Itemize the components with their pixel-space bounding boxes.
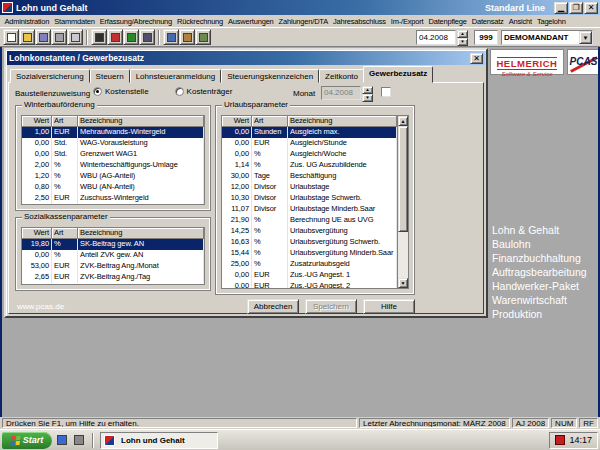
help-button[interactable]: Hilfe (363, 299, 415, 314)
payroll-run-icon[interactable] (107, 29, 123, 45)
table-row[interactable]: 53,00 EUR ZVK-Beitrag Ang./Monat (22, 261, 204, 272)
menu-item[interactable]: Rückrechnung (175, 17, 226, 26)
table-row[interactable]: 1,14 % Zus. UG Auszubildende (222, 160, 397, 171)
table-row[interactable]: 19,80 % SK-Beitrag gew. AN (22, 239, 204, 250)
menu-item[interactable]: Administration (2, 17, 52, 26)
product-list: Lohn & GehaltBaulohnFinanzbuchhaltungAuf… (492, 223, 587, 321)
scroll-down-icon[interactable]: ▼ (398, 278, 408, 288)
new-document-icon[interactable] (3, 29, 19, 45)
print-icon[interactable] (51, 29, 67, 45)
table-row[interactable]: 0,00 % Anteil ZVK gew. AN (22, 250, 204, 261)
pcas-url-watermark: www.pcas.de (17, 302, 64, 311)
table-row[interactable]: 0,00 EUR Ausgleich/Stunde (222, 138, 397, 149)
tray-app-icon[interactable] (555, 435, 565, 445)
tab[interactable]: Gewerbezusatz (363, 66, 433, 83)
info-icon[interactable] (163, 29, 179, 45)
menu-item[interactable]: Jahresabschluss (330, 17, 388, 26)
calculator-icon[interactable] (91, 29, 107, 45)
baustellen-radio[interactable]: Kostenstelle (93, 87, 149, 96)
start-button[interactable]: Start (2, 432, 52, 449)
table-row[interactable]: 11,07 Divisor Urlaubstage Minderb.Saar (222, 204, 397, 215)
status-flag: NUM (551, 418, 577, 428)
window-title: Lohn und Gehalt (16, 3, 485, 13)
ok-green-icon[interactable] (123, 29, 139, 45)
urlaub-group: Urlaubsparameter Wert Art Bezeichnung 0,… (215, 105, 415, 295)
menu-item[interactable]: Im-/Export (388, 17, 426, 26)
open-folder-icon[interactable] (19, 29, 35, 45)
period-up-button[interactable]: ▲ (457, 30, 468, 38)
table-row[interactable]: 14,25 % Urlaubsvergütung (222, 226, 397, 237)
monat-checkbox[interactable] (381, 87, 391, 97)
menu-item[interactable]: Datensatz (469, 17, 506, 26)
table-row[interactable]: 15,44 % Urlaubsvergütung Minderb.Saar (222, 248, 397, 259)
period-value[interactable]: 04.2008 (416, 30, 456, 45)
menu-item[interactable]: Datenpflege (426, 17, 469, 26)
table-row[interactable]: 1,20 % WBU (AG-Anteil) (22, 171, 204, 182)
menu-item[interactable]: Zahlungen/DTA (276, 17, 330, 26)
mandant-combo[interactable]: DEMOMANDANT ▼ (501, 30, 593, 45)
table-row[interactable]: 21,90 % Berechnung UE aus UVG (222, 215, 397, 226)
tab[interactable]: Zeitkonto (319, 69, 364, 83)
product-list-item: Finanzbuchhaltung (492, 251, 587, 265)
menu-item[interactable]: Ansicht (506, 17, 534, 26)
table-row[interactable]: 2,50 EUR Zuschuss-Wintergeld (22, 193, 204, 204)
tab[interactable]: Sozialversicherung (10, 69, 90, 83)
table-row[interactable]: 1,00 EUR Mehraufwands-Wintergeld (22, 127, 204, 138)
urlaub-table: Wert Art Bezeichnung 0,00 Stunden Ausgle… (221, 115, 409, 289)
dialog-close-icon[interactable]: ✕ (470, 53, 483, 64)
mandant-number-field[interactable]: 999 (474, 30, 498, 45)
table-row[interactable]: 0,80 % WBU (AN-Anteil) (22, 182, 204, 193)
period-spinner[interactable]: 04.2008 ▲ ▼ (416, 30, 468, 45)
monat-value: 04.2008 (321, 86, 361, 100)
taskbar-task-button[interactable]: Lohn und Gehalt (100, 432, 218, 449)
scrollbar-thumb[interactable] (398, 126, 408, 232)
baustellen-radio[interactable]: Kostenträger (175, 87, 233, 96)
table-row[interactable]: 0,00 Std. WAG-Vorausleistung (22, 138, 204, 149)
table-row[interactable]: 0,00 Stunden Ausgleich max. (222, 127, 397, 138)
menu-item[interactable]: Erfassung/Abrechnung (97, 17, 174, 26)
table-row[interactable]: 0,00 EUR Zus.-UG Angest. 1 (222, 270, 397, 281)
save-button[interactable]: Speichern (305, 299, 357, 314)
scroll-up-icon[interactable]: ▲ (398, 116, 408, 126)
winterbau-table: Wert Art Bezeichnung 1,00 EUR Mehraufwan… (21, 115, 205, 205)
table-row[interactable]: 2,65 EUR ZVK-Beitrag Ang./Tag (22, 272, 204, 283)
menu-item[interactable]: Auswertungen (226, 17, 277, 26)
monat-down-button[interactable]: ▼ (362, 94, 373, 102)
product-list-item: Warenwirtschaft (492, 293, 587, 307)
tab[interactable]: Steuern (90, 69, 130, 83)
status-year: AJ 2008 (512, 418, 549, 428)
windows-flag-icon (10, 436, 20, 445)
table-row[interactable]: 25,00 % Zusatzurlaubsgeld (222, 259, 397, 270)
table-row[interactable]: 0,00 EUR Zus.-UG Angest. 2 (222, 281, 397, 288)
menu-item[interactable]: Tagelohn (534, 17, 568, 26)
table-row[interactable]: 2,00 % Winterbeschäftigungs-Umlage (22, 160, 204, 171)
quicklaunch-app-icon[interactable] (72, 433, 86, 447)
vertical-scrollbar[interactable]: ▲ ▼ (397, 116, 408, 288)
tab-gewerbezusatz-panel: Baustellenzuweisung Kostenstelle Kostent… (8, 82, 484, 314)
period-down-button[interactable]: ▼ (457, 38, 468, 46)
database-icon[interactable] (139, 29, 155, 45)
table-header: Wert Art Bezeichnung (22, 228, 204, 239)
table-row[interactable]: 30,00 Tage Beschäftigung (222, 171, 397, 182)
table-row[interactable]: 16,63 % Urlaubsvergütung Schwerb. (222, 237, 397, 248)
maximize-button[interactable]: ❐ (569, 2, 583, 14)
menu-item[interactable]: Stammdaten (52, 17, 98, 26)
help-icon[interactable] (195, 29, 211, 45)
tab[interactable]: Steuerungskennzeichen (221, 69, 319, 83)
tab[interactable]: Lohnsteueranmeldung (130, 69, 222, 83)
calendar-icon[interactable] (179, 29, 195, 45)
table-row[interactable]: 10,30 Divisor Urlaubstage Schwerb. (222, 193, 397, 204)
product-list-item: Handwerker-Paket (492, 279, 587, 293)
app-icon (2, 2, 13, 13)
cancel-button[interactable]: Abbrechen (247, 299, 299, 314)
save-icon[interactable] (35, 29, 51, 45)
minimize-button[interactable]: ▁ (554, 2, 568, 14)
table-row[interactable]: 0,00 Std. Grenzwert WAG1 (22, 149, 204, 160)
quicklaunch-desktop-icon[interactable] (55, 433, 69, 447)
print-preview-icon[interactable] (67, 29, 83, 45)
chevron-down-icon[interactable]: ▼ (579, 31, 592, 44)
table-row[interactable]: 12,00 Divisor Urlaubstage (222, 182, 397, 193)
close-button[interactable]: ✕ (584, 2, 598, 14)
monat-up-button[interactable]: ▲ (362, 86, 373, 94)
table-row[interactable]: 0,00 % Ausgleich/Woche (222, 149, 397, 160)
